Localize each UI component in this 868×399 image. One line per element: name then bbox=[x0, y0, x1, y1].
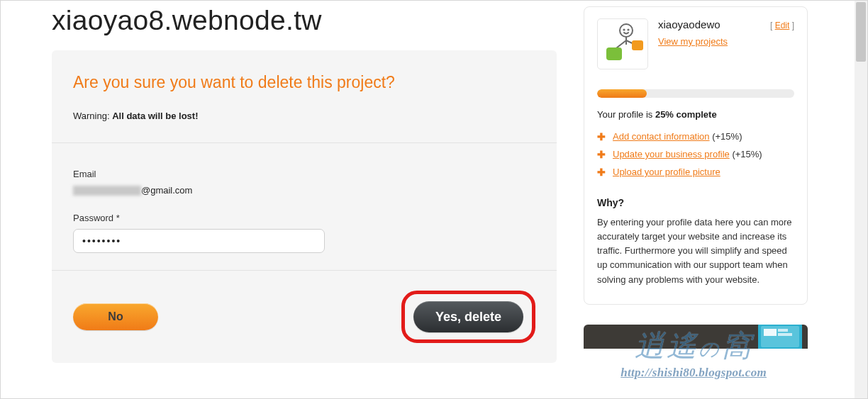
page-title: xiaoyao8.webnode.tw bbox=[52, 5, 557, 36]
avatar-icon bbox=[603, 22, 645, 66]
delete-panel: Are you sure you want to delete this pro… bbox=[52, 50, 557, 363]
svg-rect-7 bbox=[632, 40, 643, 50]
warning-prefix: Warning: bbox=[73, 111, 112, 121]
edit-link[interactable]: Edit bbox=[775, 21, 790, 30]
why-heading: Why? bbox=[597, 197, 794, 208]
warning-line: Warning: All data will be lost! bbox=[73, 111, 535, 121]
suggestion-gain: (+15%) bbox=[732, 149, 762, 159]
profile-username: xiaoyaodewo bbox=[658, 18, 720, 30]
plus-icon: ✚ bbox=[597, 150, 606, 159]
watermark-url: http://shishi80.blogspot.com bbox=[621, 366, 767, 380]
password-input[interactable] bbox=[73, 229, 325, 253]
view-projects-link[interactable]: View my projects bbox=[658, 36, 728, 47]
suggestion-gain: (+15%) bbox=[712, 131, 742, 142]
suggestion-link[interactable]: Update your business profile bbox=[613, 149, 730, 159]
scrollbar-track[interactable] bbox=[855, 1, 867, 398]
svg-rect-12 bbox=[778, 333, 792, 336]
suggestion-list: ✚ Add contact information (+15%) ✚ Updat… bbox=[597, 131, 794, 177]
why-text: By entering your profile data here you c… bbox=[597, 215, 794, 287]
redacted-text bbox=[73, 186, 141, 196]
svg-rect-10 bbox=[764, 329, 777, 336]
avatar bbox=[597, 18, 648, 69]
suggestion-item: ✚ Add contact information (+15%) bbox=[597, 131, 794, 142]
no-button[interactable]: No bbox=[73, 303, 158, 330]
svg-rect-6 bbox=[606, 47, 622, 60]
password-label: Password * bbox=[73, 213, 535, 223]
monitor-icon bbox=[757, 325, 803, 349]
suggestion-item: ✚ Upload your profile picture bbox=[597, 167, 794, 177]
svg-point-2 bbox=[627, 28, 629, 30]
svg-rect-11 bbox=[778, 329, 788, 332]
warning-bold: All data will be lost! bbox=[112, 111, 198, 121]
yes-highlight-ring: Yes, delete bbox=[401, 291, 535, 343]
email-value: @gmail.com bbox=[73, 185, 535, 196]
progress-text: Your profile is 25% complete bbox=[597, 109, 794, 120]
panel-heading: Are you sure you want to delete this pro… bbox=[73, 50, 535, 98]
plus-icon: ✚ bbox=[597, 167, 606, 177]
suggestion-link[interactable]: Add contact information bbox=[613, 131, 710, 142]
scrollbar-thumb[interactable] bbox=[856, 2, 866, 62]
email-label: Email bbox=[73, 169, 535, 179]
yes-delete-button[interactable]: Yes, delete bbox=[413, 301, 523, 332]
edit-control: [ Edit ] bbox=[770, 21, 794, 30]
suggestion-item: ✚ Update your business profile (+15%) bbox=[597, 149, 794, 159]
profile-progress-fill bbox=[597, 89, 647, 98]
email-suffix: @gmail.com bbox=[141, 185, 192, 196]
svg-point-0 bbox=[620, 24, 633, 37]
profile-card: xiaoyaodewo [ Edit ] View my projects bbox=[584, 6, 808, 305]
plus-icon: ✚ bbox=[597, 132, 606, 142]
profile-progress-bar bbox=[597, 89, 794, 98]
promo-banner[interactable] bbox=[584, 325, 808, 349]
svg-point-1 bbox=[623, 28, 625, 30]
suggestion-link[interactable]: Upload your profile picture bbox=[613, 167, 720, 177]
